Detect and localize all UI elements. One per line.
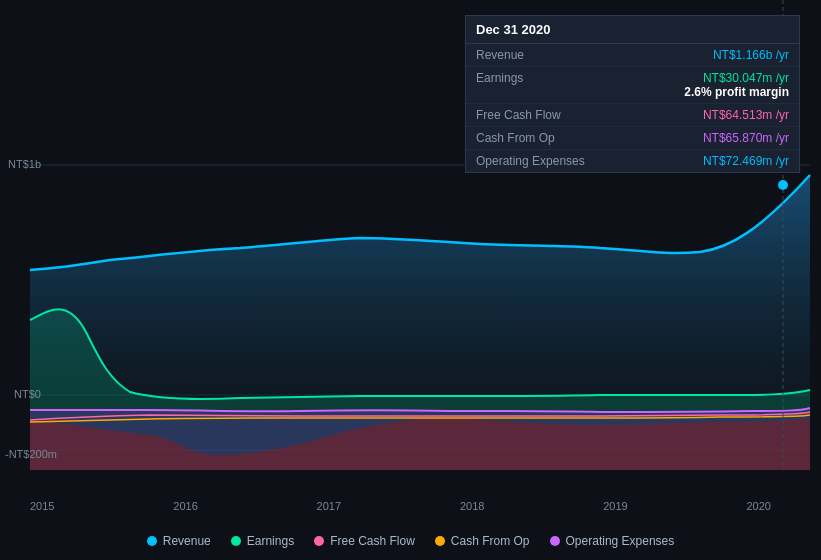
tooltip-margin-value: 2.6% profit margin <box>684 85 789 99</box>
tooltip-cashfromop-label: Cash From Op <box>476 131 555 145</box>
tooltip-earnings-row: Earnings NT$30.047m /yr 2.6% profit marg… <box>466 67 799 104</box>
chart-legend: Revenue Earnings Free Cash Flow Cash Fro… <box>0 534 821 548</box>
legend-fcf-dot <box>314 536 324 546</box>
tooltip-cashfromop-value: NT$65.870m /yr <box>703 131 789 145</box>
tooltip-opexp-value: NT$72.469m /yr <box>703 154 789 168</box>
legend-opexp[interactable]: Operating Expenses <box>550 534 675 548</box>
tooltip-opexp-row: Operating Expenses NT$72.469m /yr <box>466 150 799 172</box>
tooltip-revenue-row: Revenue NT$1.166b /yr <box>466 44 799 67</box>
x-label-2017: 2017 <box>317 500 341 512</box>
legend-earnings-dot <box>231 536 241 546</box>
data-tooltip: Dec 31 2020 Revenue NT$1.166b /yr Earnin… <box>465 15 800 173</box>
tooltip-fcf-row: Free Cash Flow NT$64.513m /yr <box>466 104 799 127</box>
tooltip-fcf-value: NT$64.513m /yr <box>703 108 789 122</box>
tooltip-fcf-label: Free Cash Flow <box>476 108 561 122</box>
legend-cashfromop[interactable]: Cash From Op <box>435 534 530 548</box>
svg-point-4 <box>778 180 788 190</box>
legend-fcf[interactable]: Free Cash Flow <box>314 534 415 548</box>
legend-revenue[interactable]: Revenue <box>147 534 211 548</box>
legend-cashfromop-dot <box>435 536 445 546</box>
x-label-2019: 2019 <box>603 500 627 512</box>
x-label-2018: 2018 <box>460 500 484 512</box>
legend-earnings-label: Earnings <box>247 534 294 548</box>
legend-revenue-dot <box>147 536 157 546</box>
tooltip-date: Dec 31 2020 <box>466 16 799 44</box>
x-label-2020: 2020 <box>746 500 770 512</box>
legend-opexp-label: Operating Expenses <box>566 534 675 548</box>
legend-revenue-label: Revenue <box>163 534 211 548</box>
tooltip-cashfromop-row: Cash From Op NT$65.870m /yr <box>466 127 799 150</box>
tooltip-earnings-value: NT$30.047m /yr <box>684 71 789 85</box>
legend-fcf-label: Free Cash Flow <box>330 534 415 548</box>
legend-cashfromop-label: Cash From Op <box>451 534 530 548</box>
x-label-2015: 2015 <box>30 500 54 512</box>
y-label-neg200m: -NT$200m <box>5 448 57 460</box>
x-axis: 2015 2016 2017 2018 2019 2020 <box>0 500 821 512</box>
tooltip-revenue-value: NT$1.166b /yr <box>713 48 789 62</box>
y-label-0: NT$0 <box>14 388 41 400</box>
legend-opexp-dot <box>550 536 560 546</box>
tooltip-earnings-label: Earnings <box>476 71 523 99</box>
tooltip-revenue-label: Revenue <box>476 48 524 62</box>
y-label-1b: NT$1b <box>8 158 41 170</box>
x-label-2016: 2016 <box>173 500 197 512</box>
tooltip-opexp-label: Operating Expenses <box>476 154 585 168</box>
legend-earnings[interactable]: Earnings <box>231 534 294 548</box>
